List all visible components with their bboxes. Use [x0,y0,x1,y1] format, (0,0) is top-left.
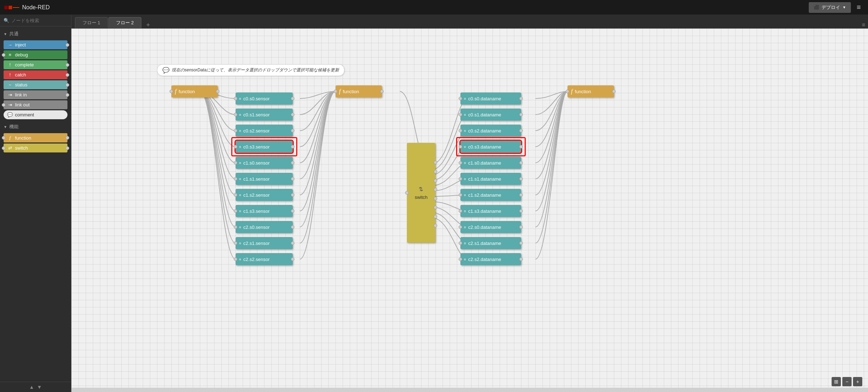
search-input[interactable] [11,18,71,23]
sidebar-item-switch[interactable]: ⇄ switch [4,144,67,152]
function-node-2[interactable]: f function [335,85,382,97]
section-function-label: 機能 [9,124,19,130]
sensor-node-c0s3[interactable]: ≡ c0.s3.sensor [236,141,293,153]
chevron-down-icon: ▼ [4,32,7,36]
switch-node[interactable]: ⇄ switch [407,143,435,243]
sn-c0s2-port-left [234,129,237,132]
zoom-in-button[interactable]: + [853,377,862,386]
sensor-node-c1s1[interactable]: ≡ c1.s1.sensor [236,173,293,185]
dataname-node-c1s3[interactable]: ≡ c1.s3.dataname [460,205,521,217]
flow-canvas[interactable]: 💬 現在のsensorDataに従って、表示データ選択のドロップダウンで選択可能… [71,29,868,392]
sidebar-item-catch[interactable]: ! catch [4,70,67,79]
sidebar-item-comment[interactable]: 💬 comment [4,110,67,119]
dataname-node-c0s3[interactable]: ≡ c0.s3.dataname [460,141,521,153]
sidebar-item-link-in[interactable]: ⇥ link in [4,90,67,99]
dn-c1s2-port-right [519,193,523,197]
sn-c2s0-port-left [234,225,237,229]
comment-text: 現在のsensorDataに従って、表示データ選択のドロップダウンで選択可能な候… [172,67,339,73]
link-in-port-right [66,93,69,97]
sidebar-up-button[interactable]: ▲ [29,384,34,390]
debug-port-left [2,53,5,57]
add-tab-button[interactable]: + [143,22,153,28]
app-title: Node-RED [22,4,50,11]
grid-view-button[interactable]: ⊞ [832,377,841,386]
function-port-right [66,136,69,140]
list-icon-c0s1: ≡ [239,113,241,117]
section-function-header[interactable]: ▼ 機能 [0,122,71,132]
logo-line [13,7,19,8]
canvas-scrollbar-bottom[interactable] [71,388,868,392]
dataname-node-c0s1[interactable]: ≡ c0.s1.dataname [460,109,521,121]
fn3-port-left [566,90,569,93]
c2s1-label: c2.s1.sensor [243,241,270,246]
sidebar-item-debug[interactable]: ≡ debug [4,50,67,59]
list-icon-dn-c0s2: ≡ [464,129,466,133]
sensor-node-c0s2[interactable]: ≡ c0.s2.sensor [236,125,293,137]
sn-c2s0-port-right [291,225,294,229]
status-icon: ~ [7,82,13,87]
dn-c1s1-port-left [459,177,462,181]
dataname-node-c1s1[interactable]: ≡ c1.s1.dataname [460,173,521,185]
c1s1-label: c1.s1.sensor [243,176,270,182]
sensor-node-c1s2[interactable]: ≡ c1.s2.sensor [236,189,293,201]
dataname-node-c2s1[interactable]: ≡ c2.s1.dataname [460,237,521,249]
switch-label-flow: switch [415,195,428,200]
comment-bubble-icon: 💬 [162,67,170,74]
inject-port-right [66,43,69,47]
debug-icon: ≡ [7,52,13,57]
dataname-node-c1s0[interactable]: ≡ c1.s0.dataname [460,157,521,169]
zoom-out-button[interactable]: − [842,377,852,386]
sensor-node-c1s3[interactable]: ≡ c1.s3.sensor [236,205,293,217]
switch-label: switch [15,145,28,151]
function-node-3[interactable]: f function [567,85,614,97]
section-common-label: 共通 [9,31,19,37]
function-node-1[interactable]: f function [171,85,218,97]
fn2-icon: f [339,88,340,95]
sensor-node-c2s1[interactable]: ≡ c2.s1.sensor [236,237,293,249]
list-icon-dn-c1s1: ≡ [464,177,466,181]
dataname-node-c0s0[interactable]: ≡ c0.s0.dataname [460,92,521,105]
dataname-node-c0s2[interactable]: ≡ c0.s2.dataname [460,125,521,137]
sidebar-item-inject[interactable]: → inject [4,40,67,49]
switch-port-r6 [434,206,437,209]
sn-c1s0-port-right [291,161,294,165]
dn-c0s2-port-right [519,129,523,132]
sensor-node-c2s2[interactable]: ≡ c2.s2.sensor [236,253,293,265]
menu-button[interactable]: ≡ [854,2,864,13]
tab-flow1[interactable]: フロー 1 [75,17,108,28]
sidebar-item-link-out[interactable]: ⇥ link out [4,100,67,109]
c0s3-dn-label: c0.s3.dataname [468,144,501,150]
catch-label: catch [15,72,26,77]
dataname-node-c1s2[interactable]: ≡ c1.s2.dataname [460,189,521,201]
sidebar-down-button[interactable]: ▼ [37,384,42,390]
deploy-button[interactable]: ⬛ デプロイ ▼ [809,2,851,13]
complete-port-right [66,63,69,67]
switch-port-r7 [434,215,437,218]
c1s2-dn-label: c1.s2.dataname [468,192,501,198]
sn-c0s1-port-left [234,113,237,116]
dn-c2s0-port-left [459,225,462,229]
comment-node[interactable]: 💬 現在のsensorDataに従って、表示データ選択のドロップダウンで選択可能… [157,64,344,76]
function-icon: f [7,135,13,141]
function-label: function [15,135,31,141]
sidebar-item-function[interactable]: f function [4,133,67,142]
dn-c2s1-port-left [459,241,462,245]
sensor-node-c1s0[interactable]: ≡ c1.s0.sensor [236,157,293,169]
fn1-icon: f [175,88,176,95]
tab-flow2[interactable]: フロー 2 [108,17,141,28]
status-port-right [66,83,69,87]
dataname-node-c2s0[interactable]: ≡ c2.s0.dataname [460,221,521,233]
switch-port-r1 [434,161,437,164]
sensor-node-c2s0[interactable]: ≡ c2.s0.sensor [236,221,293,233]
debug-label: debug [15,52,28,57]
sensor-node-c0s0[interactable]: ≡ c0.s0.sensor [236,92,293,105]
tab-list-button[interactable]: ≡ [859,22,868,28]
c0s0-label: c0.s0.sensor [243,96,270,101]
sensor-node-c0s1[interactable]: ≡ c0.s1.sensor [236,109,293,121]
sn-c1s0-port-left [234,161,237,165]
link-in-label: link in [15,92,27,97]
dataname-node-c2s2[interactable]: ≡ c2.s2.dataname [460,253,521,265]
section-common-header[interactable]: ▼ 共通 [0,29,71,39]
sidebar-item-status[interactable]: ~ status [4,80,67,89]
sidebar-item-complete[interactable]: ! complete [4,60,67,69]
